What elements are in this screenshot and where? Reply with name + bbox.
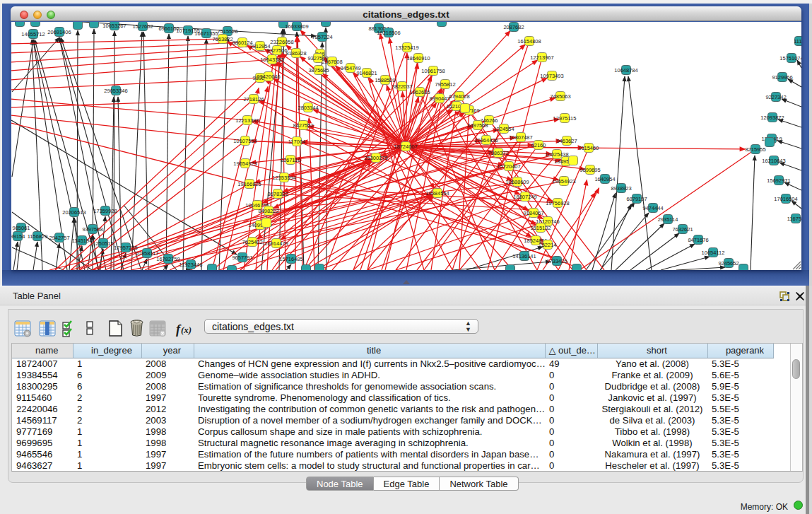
svg-text:15720407: 15720407 [497, 163, 520, 170]
svg-text:2967608: 2967608 [322, 59, 342, 65]
svg-text:19384554: 19384554 [425, 190, 449, 197]
svg-text:10973493: 10973493 [540, 73, 563, 79]
svg-text:9327506: 9327506 [266, 47, 287, 54]
svg-text:117004: 117004 [288, 139, 305, 145]
svg-text:23420046: 23420046 [257, 74, 280, 80]
svg-text:7857224: 7857224 [312, 34, 332, 40]
svg-text:18640910: 18640910 [406, 55, 430, 62]
svg-text:2803144: 2803144 [298, 105, 318, 111]
svg-text:8267110: 8267110 [281, 157, 301, 163]
svg-text:2942757: 2942757 [49, 235, 69, 241]
svg-text:11923446: 11923446 [180, 262, 203, 268]
svg-text:12213967: 12213967 [530, 54, 553, 61]
svg-text:19654923: 19654923 [552, 178, 575, 185]
svg-text:7663822: 7663822 [212, 36, 233, 42]
svg-text:7485063: 7485063 [550, 93, 570, 100]
svg-text:15692971: 15692971 [767, 177, 790, 184]
svg-text:7955812: 7955812 [435, 81, 455, 88]
svg-text:7625402: 7625402 [242, 239, 262, 245]
svg-text:8498222: 8498222 [258, 208, 278, 214]
svg-text:2087682: 2087682 [503, 24, 524, 30]
svg-text:17016504: 17016504 [774, 196, 797, 202]
svg-text:14136141: 14136141 [512, 253, 536, 259]
svg-text:8678332: 8678332 [267, 191, 288, 197]
svg-text:1962635: 1962635 [409, 89, 430, 95]
svg-text:1527602: 1527602 [132, 23, 153, 30]
svg-text:1733426: 1733426 [546, 258, 567, 264]
svg-text:7515526: 7515526 [217, 28, 237, 35]
svg-text:1112: 1112 [794, 38, 801, 45]
svg-text:10958117: 10958117 [136, 250, 159, 257]
svg-text:15716485: 15716485 [279, 256, 302, 262]
svg-text:9657791: 9657791 [232, 255, 252, 261]
svg-text:99154: 99154 [11, 233, 25, 240]
svg-text:7986372: 7986372 [488, 150, 508, 156]
svg-text:19654923: 19654923 [233, 160, 257, 167]
svg-text:1640954: 1640954 [594, 176, 615, 182]
svg-text:8427552: 8427552 [293, 122, 313, 129]
svg-text:23226058: 23226058 [270, 39, 293, 45]
svg-text:20691406: 20691406 [47, 29, 71, 35]
svg-text:6794028: 6794028 [449, 93, 469, 100]
svg-text:20206513: 20206513 [62, 209, 86, 216]
svg-text:985061: 985061 [12, 225, 30, 231]
svg-text:19756928: 19756928 [546, 200, 569, 206]
svg-text:18807249: 18807249 [513, 194, 536, 200]
svg-text:1024554: 1024554 [493, 126, 514, 132]
svg-text:3875685: 3875685 [308, 67, 329, 74]
svg-text:252214: 252214 [539, 242, 556, 248]
svg-text:10653267: 10653267 [102, 23, 126, 29]
svg-text:10961758: 10961758 [421, 68, 445, 74]
svg-text:10654112: 10654112 [702, 250, 725, 256]
svg-text:9146821: 9146821 [356, 70, 377, 76]
svg-text:62160: 62160 [531, 142, 546, 148]
svg-text:10648784: 10648784 [614, 67, 637, 74]
svg-text:2935114: 2935114 [658, 216, 678, 223]
svg-text:9227342: 9227342 [765, 94, 786, 100]
svg-text:8215955: 8215955 [745, 146, 765, 153]
svg-text:10688609: 10688609 [505, 179, 529, 185]
svg-text:9115460: 9115460 [579, 145, 599, 151]
svg-text:1615132: 1615132 [530, 225, 551, 231]
svg-text:29053346: 29053346 [104, 88, 127, 94]
svg-text:6879197: 6879197 [626, 196, 647, 202]
svg-text:16914479: 16914479 [264, 240, 288, 247]
svg-text:12213389: 12213389 [235, 117, 259, 124]
svg-text:9129966: 9129966 [772, 74, 792, 81]
svg-text:9474444: 9474444 [642, 205, 663, 211]
svg-text:10807487: 10807487 [509, 134, 532, 141]
svg-text:(x): (x) [181, 325, 192, 335]
svg-text:8938923: 8938923 [611, 185, 631, 192]
svg-text:13325419: 13325419 [395, 45, 418, 51]
svg-text:8990443: 8990443 [429, 95, 449, 102]
svg-text:17359928: 17359928 [93, 208, 117, 214]
svg-text:20364436: 20364436 [474, 137, 498, 144]
svg-text:2718126: 2718126 [243, 96, 264, 103]
svg-text:16782759: 16782759 [156, 256, 180, 262]
svg-text:12353594: 12353594 [272, 175, 295, 181]
svg-text:16210643: 16210643 [762, 158, 785, 164]
svg-text:1156829: 1156829 [28, 233, 48, 240]
svg-text:18724007: 18724007 [394, 144, 417, 150]
svg-text:10543382: 10543382 [260, 57, 283, 63]
svg-text:9397568: 9397568 [82, 226, 102, 233]
svg-text:17957255: 17957255 [114, 245, 137, 251]
svg-text:1250515: 1250515 [93, 240, 113, 247]
svg-text:9184067: 9184067 [523, 210, 543, 216]
svg-text:1145194: 1145194 [72, 238, 93, 244]
svg-text:12975115: 12975115 [553, 115, 577, 122]
svg-text:16033809: 16033809 [285, 23, 308, 30]
svg-text:10107554: 10107554 [233, 138, 257, 144]
svg-text:6497568: 6497568 [467, 122, 488, 129]
svg-text:12093872: 12093872 [760, 115, 784, 121]
svg-text:9245652: 9245652 [718, 260, 739, 267]
svg-text:9699695: 9699695 [579, 167, 600, 173]
svg-text:1588520: 1588520 [375, 77, 395, 83]
svg-text:14055712: 14055712 [21, 31, 45, 37]
svg-text:19218506: 19218506 [377, 30, 400, 36]
svg-text:15751074: 15751074 [779, 55, 801, 62]
svg-text:116753: 116753 [787, 216, 801, 222]
svg-text:19166825: 19166825 [237, 181, 261, 187]
svg-text:7632621: 7632621 [672, 226, 693, 233]
svg-text:8186328: 8186328 [286, 50, 306, 57]
